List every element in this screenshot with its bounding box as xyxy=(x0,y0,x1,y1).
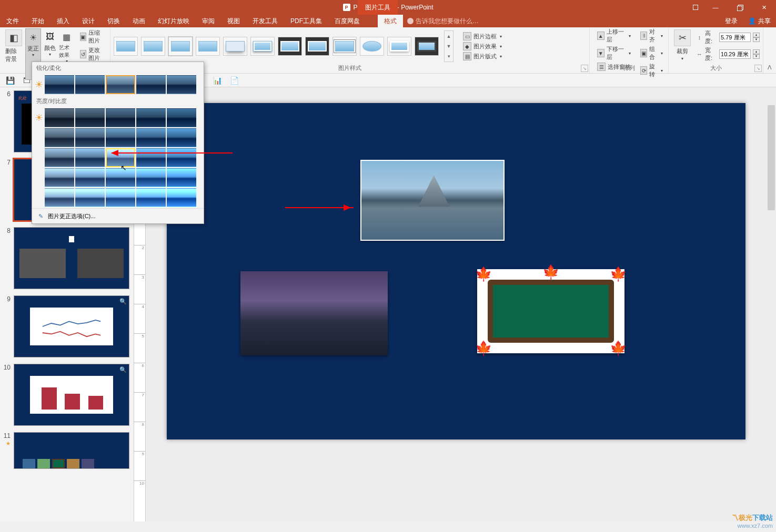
image-cityscape[interactable] xyxy=(240,271,388,355)
brightness-option[interactable] xyxy=(167,168,196,187)
minimize-button[interactable]: — xyxy=(703,0,728,15)
tab-design[interactable]: 设计 xyxy=(76,15,101,27)
restore-button[interactable] xyxy=(728,0,752,15)
style-thumb-4[interactable] xyxy=(196,37,220,56)
style-thumb-12[interactable] xyxy=(415,37,439,56)
login-button[interactable]: 登录 xyxy=(720,15,743,27)
style-thumb-5[interactable] xyxy=(223,37,247,56)
width-up[interactable]: ▲ xyxy=(753,49,760,54)
width-down[interactable]: ▼ xyxy=(753,54,760,59)
slide-thumb-9[interactable]: 9 🔍 xyxy=(0,292,134,361)
brightness-option[interactable] xyxy=(167,108,196,127)
height-down[interactable]: ▼ xyxy=(753,37,760,42)
change-picture-button[interactable]: ↺更改图片 xyxy=(78,46,107,63)
styles-dialog-launcher[interactable]: ↘ xyxy=(581,65,588,72)
sharpen-option[interactable] xyxy=(75,75,105,94)
tab-baidu[interactable]: 百度网盘 xyxy=(328,15,366,27)
sharpen-option[interactable] xyxy=(136,75,166,94)
brightness-option[interactable] xyxy=(45,188,74,207)
brightness-option[interactable] xyxy=(106,188,135,207)
height-row: ↕ 高度: ▲▼ xyxy=(696,29,760,45)
brightness-option[interactable] xyxy=(75,148,105,167)
brightness-option[interactable] xyxy=(75,108,105,127)
options-label: 图片更正选项(C)... xyxy=(48,212,95,220)
group-button[interactable]: ▣组合▾ xyxy=(638,45,665,62)
brightness-option[interactable] xyxy=(167,128,196,147)
tab-home[interactable]: 开始 xyxy=(25,15,51,27)
brightness-option[interactable] xyxy=(45,148,74,167)
close-button[interactable]: ✕ xyxy=(752,0,776,15)
style-thumb-2[interactable] xyxy=(141,37,165,56)
sharpen-option[interactable] xyxy=(106,75,135,94)
slide-thumb-8[interactable]: 8 xyxy=(0,224,134,292)
image-mountain[interactable] xyxy=(361,161,503,240)
slide-canvas-area[interactable]: 🍁 🍁 🍁 🍁 🍁 xyxy=(146,87,776,521)
brightness-option[interactable] xyxy=(75,168,105,187)
share-button[interactable]: 👤 共享 xyxy=(743,15,776,27)
style-thumb-7[interactable] xyxy=(278,37,302,56)
picture-layout-button[interactable]: ▤图片版式▾ xyxy=(461,52,504,61)
brightness-option[interactable] xyxy=(136,148,166,167)
scrollbar-thumb[interactable] xyxy=(768,105,775,210)
style-thumb-6[interactable] xyxy=(250,37,275,56)
size-dialog-launcher[interactable]: ↘ xyxy=(754,65,762,72)
tab-file[interactable]: 文件 xyxy=(0,15,25,27)
sharpen-option[interactable] xyxy=(45,75,74,94)
style-thumb-1[interactable] xyxy=(114,37,138,56)
style-thumb-8[interactable] xyxy=(305,37,329,56)
align-button[interactable]: ⫴对齐▾ xyxy=(638,27,665,44)
tab-transitions[interactable]: 切换 xyxy=(101,15,126,27)
style-thumb-11[interactable] xyxy=(387,37,411,56)
brightness-option[interactable] xyxy=(136,108,166,127)
tab-review[interactable]: 审阅 xyxy=(196,15,221,27)
crop-button[interactable]: ✂ 裁剪 ▾ xyxy=(672,28,693,63)
gallery-expand[interactable]: ▾ xyxy=(445,52,453,62)
picture-corrections-options[interactable]: ✎ 图片更正选项(C)... xyxy=(32,208,204,223)
bring-forward-button[interactable]: ▲上移一层▾ xyxy=(595,27,633,44)
placeholder-text: 此处 xyxy=(18,95,27,101)
style-thumb-10[interactable] xyxy=(360,37,384,56)
tab-developer[interactable]: 开发工具 xyxy=(246,15,284,27)
collapse-ribbon-button[interactable]: ᐱ xyxy=(768,64,772,71)
brightness-option[interactable] xyxy=(167,148,196,167)
height-input[interactable] xyxy=(719,33,751,42)
slide-thumb-11[interactable]: 11 ★ xyxy=(0,429,134,472)
brightness-option[interactable] xyxy=(167,188,196,207)
style-thumb-3[interactable] xyxy=(168,37,193,56)
tab-insert[interactable]: 插入 xyxy=(51,15,76,27)
brightness-option[interactable] xyxy=(45,128,74,147)
brightness-option[interactable] xyxy=(106,128,135,147)
width-input[interactable] xyxy=(719,49,751,59)
image-chalkboard[interactable]: 🍁 🍁 🍁 🍁 🍁 xyxy=(477,269,624,353)
style-thumb-9[interactable] xyxy=(332,37,357,56)
tab-pdf[interactable]: PDF工具集 xyxy=(284,15,328,27)
remove-background-button[interactable]: ◧ 删除背景 xyxy=(3,28,24,80)
compress-pictures-button[interactable]: ▣压缩图片 xyxy=(78,28,107,45)
sharpen-option[interactable] xyxy=(167,75,196,94)
brightness-option[interactable] xyxy=(136,168,166,187)
vertical-scrollbar[interactable] xyxy=(767,100,776,511)
tab-view[interactable]: 视图 xyxy=(221,15,246,27)
gallery-row-down[interactable]: ▼ xyxy=(445,41,453,51)
ribbon-display-options[interactable] xyxy=(688,0,703,15)
tab-slideshow[interactable]: 幻灯片放映 xyxy=(152,15,196,27)
tab-animations[interactable]: 动画 xyxy=(126,15,152,27)
tab-format[interactable]: 格式 xyxy=(378,15,403,27)
picture-border-button[interactable]: ▭图片边框▾ xyxy=(461,32,504,41)
brightness-option[interactable] xyxy=(75,188,105,207)
brightness-option[interactable] xyxy=(45,168,74,187)
slide-thumb-10[interactable]: 10 🔍 xyxy=(0,361,134,429)
tell-me-search[interactable]: 告诉我您想要做什么… xyxy=(407,15,479,27)
send-backward-button[interactable]: ▼下移一层▾ xyxy=(595,45,633,62)
qat-btn-4[interactable]: 📄 xyxy=(228,75,240,86)
brightness-option[interactable] xyxy=(136,128,166,147)
qat-btn-3[interactable]: 📊 xyxy=(211,75,223,86)
height-up[interactable]: ▲ xyxy=(753,33,760,37)
mouse-cursor-icon: ↖ xyxy=(120,163,127,172)
brightness-option[interactable] xyxy=(106,108,135,127)
brightness-option[interactable] xyxy=(75,128,105,147)
brightness-option[interactable] xyxy=(136,188,166,207)
gallery-row-up[interactable]: ▲ xyxy=(445,31,453,41)
picture-effects-button[interactable]: ◆图片效果▾ xyxy=(461,42,504,51)
brightness-option[interactable] xyxy=(45,108,74,127)
